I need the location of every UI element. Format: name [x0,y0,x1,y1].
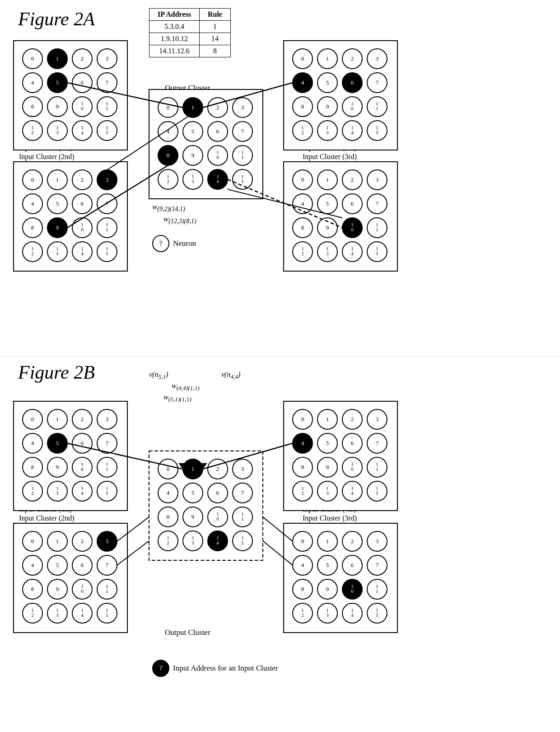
svg-rect-357 [284,523,397,633]
svg-text:5: 5 [326,440,329,446]
svg-point-243 [47,531,67,551]
svg-text:3: 3 [56,130,59,135]
neuron-legend-label-2b: Input Address for an Input Cluster [173,664,278,673]
svg-point-21 [72,97,92,117]
svg-text:1: 1 [241,155,244,160]
svg-text:5: 5 [376,251,378,256]
svg-text:6: 6 [351,562,354,568]
svg-text:6: 6 [81,200,84,207]
cluster-2b-output: 0 1 2 3 4 5 6 7 8 9 1 0 1 1 [149,451,263,560]
svg-text:3: 3 [56,490,59,496]
svg-point-372 [367,555,387,575]
svg-text:8: 8 [31,224,34,231]
legend-circle-2a: ? [152,235,169,252]
svg-point-216 [97,433,117,453]
svg-text:8: 8 [301,103,304,110]
svg-text:1: 1 [301,485,304,491]
svg-point-163 [367,170,387,190]
svg-point-306 [158,531,178,551]
svg-text:1: 1 [376,106,378,111]
svg-point-354 [367,481,387,501]
svg-text:1: 1 [326,246,329,251]
svg-point-120 [317,49,337,69]
svg-text:0: 0 [31,176,34,183]
svg-text:1: 1 [106,485,108,491]
svg-line-396 [67,443,183,469]
svg-text:1: 1 [241,516,244,521]
svg-text:1: 1 [56,125,59,130]
ip-row-0: 5.3.0.4 [149,21,200,33]
svg-text:4: 4 [301,562,304,568]
svg-text:2: 2 [81,538,84,544]
svg-point-360 [317,531,337,551]
svg-text:1: 1 [56,246,59,251]
svg-text:7: 7 [241,128,244,135]
svg-point-364 [367,531,387,551]
svg-text:4: 4 [81,130,84,135]
svg-point-36 [97,121,117,141]
svg-point-15 [97,73,117,93]
svg-text:5: 5 [376,612,378,618]
svg-text:1: 1 [106,227,108,232]
svg-point-208 [97,409,117,429]
svg-point-303 [233,507,252,527]
svg-text:2: 2 [31,251,34,256]
svg-text:3: 3 [326,490,329,496]
svg-text:2: 2 [31,490,34,496]
svg-text:6: 6 [216,128,219,135]
svg-text:1: 1 [106,106,108,111]
input-label-left-bottom-2b: Input Cluster (2nd) [19,514,75,522]
svg-text:1: 1 [301,125,304,130]
svg-text:2: 2 [81,55,84,62]
svg-text:4: 4 [81,612,84,618]
svg-text:5: 5 [106,130,108,135]
svg-point-210 [23,433,42,453]
svg-text:1: 1 [81,607,84,613]
svg-line-400 [117,541,149,565]
svg-text:1: 1 [81,125,84,130]
cluster-2a-output: 0 1 2 3 4 5 6 7 8 9 1 0 1 1 [149,89,263,199]
svg-text:1: 1 [106,607,108,613]
svg-text:9: 9 [326,586,329,592]
svg-text:1: 1 [326,125,329,130]
svg-point-220 [47,457,67,477]
svg-point-288 [158,483,178,503]
svg-point-251 [47,555,67,575]
svg-text:5: 5 [106,612,108,618]
svg-point-329 [317,433,337,453]
svg-text:4: 4 [301,440,304,446]
svg-point-144 [293,121,313,141]
svg-point-259 [47,579,67,599]
svg-text:0: 0 [301,176,304,183]
svg-text:4: 4 [167,489,170,496]
svg-text:1: 1 [106,246,108,251]
svg-point-81 [183,98,203,117]
svg-text:9: 9 [326,464,329,470]
svg-point-46 [97,170,117,190]
svg-text:1: 1 [31,246,34,251]
svg-text:2: 2 [351,538,354,544]
svg-point-124 [367,49,387,69]
svg-point-30 [47,121,67,141]
svg-text:1: 1 [216,535,219,540]
svg-text:2: 2 [216,104,219,111]
svg-point-7 [97,49,117,69]
svg-text:3: 3 [191,540,194,545]
svg-text:1: 1 [301,246,304,251]
svg-text:1: 1 [106,461,108,467]
svg-text:5: 5 [106,251,108,256]
svg-text:2: 2 [167,178,169,184]
svg-point-393 [367,603,387,623]
svg-text:5: 5 [56,200,59,207]
svg-text:7: 7 [376,440,379,446]
svg-point-183 [293,242,313,262]
svg-text:3: 3 [106,55,109,62]
svg-point-225 [97,457,117,477]
svg-text:1: 1 [351,607,354,613]
svg-text:8: 8 [167,152,170,159]
svg-text:5: 5 [376,130,378,135]
svg-text:4: 4 [351,251,354,256]
svg-point-175 [317,218,337,238]
svg-text:1: 1 [167,535,169,540]
svg-point-189 [342,242,362,262]
